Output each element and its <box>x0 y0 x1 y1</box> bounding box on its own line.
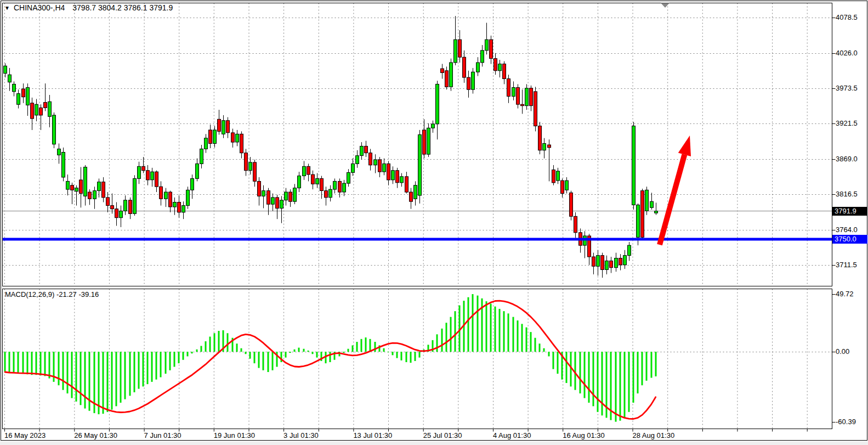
macd-histogram-layer <box>4 294 657 422</box>
time-axis-label: 16 Aug 01:30 <box>563 431 605 440</box>
grid-layer <box>3 3 832 429</box>
time-axis-label: 28 Aug 01:30 <box>633 431 675 440</box>
support-price-badge: 3750.0 <box>832 235 867 244</box>
time-axis-label: 4 Aug 01:30 <box>493 431 531 440</box>
current-price-badge: 3791.9 <box>832 207 867 216</box>
price-axis-label: 3711.5 <box>836 261 857 269</box>
time-axis-label: 25 Jul 01:30 <box>423 431 462 440</box>
symbol-marker-icon: ▼ <box>4 5 10 11</box>
time-axis-label: 16 May 2023 <box>4 431 46 440</box>
macd-indicator-label: MACD(12,26,9) -21.27 -39.16 <box>5 290 99 298</box>
time-axis-label: 3 Jul 01:30 <box>283 431 319 440</box>
price-axis-label: 3869.0 <box>836 155 858 163</box>
window-bottom-strip <box>0 441 868 445</box>
chart-shift-marker-icon[interactable] <box>661 3 670 8</box>
macd-axis-label: 49.72 <box>836 290 854 298</box>
chart-title: ▼CHINA300-,H43798.7 3804.2 3786.1 3791.9 <box>4 3 173 12</box>
price-axis-label: 3973.5 <box>836 84 858 92</box>
price-axis-label: 3921.5 <box>836 119 858 127</box>
time-axis-label: 13 Jul 01:30 <box>353 431 392 440</box>
price-axis-label: 3764.0 <box>836 226 858 234</box>
trend-arrow[interactable] <box>660 136 691 245</box>
macd-axis-label: 0.00 <box>836 347 849 356</box>
time-axis-label: 7 Jun 01:30 <box>144 431 181 440</box>
chart-canvas[interactable] <box>0 0 868 445</box>
time-axis-label: 19 Jun 01:30 <box>214 431 255 440</box>
price-axis-label: 4078.5 <box>836 13 858 21</box>
price-axis-label: 4026.0 <box>836 49 858 57</box>
title-ohlc-values: 3798.7 3804.2 3786.1 3791.9 <box>72 3 173 12</box>
macd-axis-label: -60.39 <box>836 418 856 426</box>
chart-window: ▼CHINA300-,H43798.7 3804.2 3786.1 3791.9… <box>0 0 868 445</box>
time-axis-label: 26 May 01:30 <box>74 431 117 440</box>
symbol-period-label: CHINA300-,H4 <box>14 3 65 12</box>
price-axis-label: 3816.5 <box>836 190 858 198</box>
